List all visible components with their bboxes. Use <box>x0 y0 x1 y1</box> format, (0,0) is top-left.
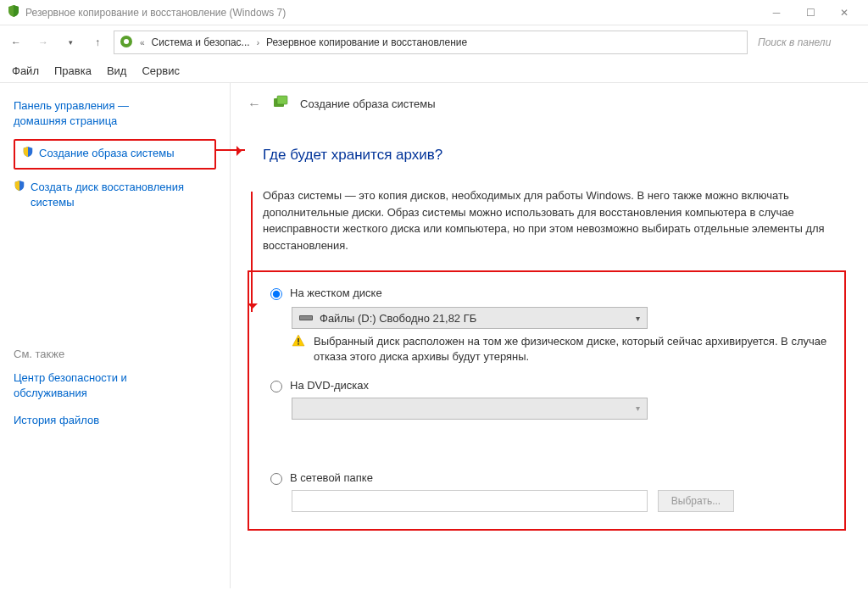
radio-network-input[interactable] <box>270 473 282 485</box>
back-button[interactable]: ← <box>5 31 27 53</box>
disk-warning: Выбранный диск расположен на том же физи… <box>292 334 827 365</box>
dvd-select[interactable]: ▾ <box>292 398 648 420</box>
chevron-down-icon: ▾ <box>636 314 640 323</box>
shield-icon <box>14 180 25 196</box>
radio-network[interactable]: В сетевой папке <box>266 470 827 485</box>
window-title: Резервное копирование и восстановление (… <box>25 7 286 19</box>
menu-file[interactable]: Файл <box>12 64 39 77</box>
navigation-toolbar: ← → ▾ ↑ « Система и безопас... › Резервн… <box>0 25 868 59</box>
svg-rect-3 <box>277 96 287 104</box>
sidebar-home-link[interactable]: Панель управления — домашняя страница <box>14 98 216 129</box>
annotation-arrow-down <box>251 192 253 312</box>
sidebar-history-label: История файлов <box>14 413 99 428</box>
disk-warning-text: Выбранный диск расположен на том же физи… <box>314 334 827 365</box>
radio-hard-disk-input[interactable] <box>270 288 282 300</box>
radio-hard-disk[interactable]: На жестком диске <box>266 286 827 300</box>
main-panel: ← Создание образа системы Где будет хран… <box>231 83 868 588</box>
menu-edit[interactable]: Правка <box>54 64 92 77</box>
warning-icon <box>292 334 305 365</box>
highlight-box-create-image: Создание образа системы <box>14 139 216 169</box>
radio-network-label: В сетевой папке <box>290 471 373 484</box>
control-panel-icon <box>120 35 133 51</box>
titlebar: Резервное копирование и восстановление (… <box>0 0 868 25</box>
sidebar-create-disc-line1: Создать диск восстановления <box>31 181 184 193</box>
radio-dvd-input[interactable] <box>270 381 282 392</box>
menu-service[interactable]: Сервис <box>142 64 180 77</box>
sidebar: Панель управления — домашняя страница Со… <box>0 83 231 588</box>
forward-button[interactable]: → <box>32 31 54 53</box>
menu-view[interactable]: Вид <box>107 64 127 77</box>
svg-rect-6 <box>298 338 299 342</box>
highlight-box-options: На жестком диске Файлы (D:) Свободно 21,… <box>248 270 846 531</box>
option-hard-disk: На жестком диске Файлы (D:) Свободно 21,… <box>266 286 827 365</box>
radio-dvd[interactable]: На DVD-дисках <box>266 378 827 392</box>
wizard-question: Где будет хранится архив? <box>263 147 848 164</box>
main-title: Создание образа системы <box>300 97 436 110</box>
browse-button[interactable]: Выбрать... <box>658 490 734 512</box>
chevron-right-icon: › <box>255 38 261 47</box>
close-button[interactable]: ✕ <box>827 0 861 25</box>
hard-disk-icon <box>299 312 313 325</box>
breadcrumb-part-2[interactable]: Резервное копирование и восстановление <box>266 36 467 48</box>
shield-icon <box>22 146 34 162</box>
sidebar-home-line1: Панель управления — <box>14 99 129 112</box>
radio-dvd-label: На DVD-дисках <box>290 379 369 392</box>
window-controls: ─ ☐ ✕ <box>760 0 861 25</box>
chevron-left-icon: « <box>138 38 147 47</box>
back-arrow-icon[interactable]: ← <box>248 97 261 112</box>
option-network: В сетевой папке Выбрать... <box>266 470 827 512</box>
chevron-down-icon: ▾ <box>636 404 640 413</box>
search-input[interactable]: Поиск в панели <box>753 31 863 54</box>
svg-rect-7 <box>298 343 299 345</box>
svg-rect-5 <box>300 316 312 320</box>
content-area: Панель управления — домашняя страница Со… <box>0 83 868 588</box>
sidebar-home-line2: домашняя страница <box>14 114 117 127</box>
sidebar-create-disc-line2: системы <box>31 196 75 209</box>
sidebar-security-line1: Центр безопасности и <box>14 371 127 384</box>
maximize-button[interactable]: ☐ <box>793 0 827 25</box>
system-image-icon <box>273 95 288 113</box>
sidebar-create-image-label: Создание образа системы <box>39 146 175 161</box>
sidebar-security-line2: обслуживания <box>14 387 87 399</box>
see-also-title: См. также <box>14 348 216 360</box>
minimize-button[interactable]: ─ <box>760 0 793 25</box>
sidebar-create-disc-link[interactable]: Создать диск восстановления системы <box>14 180 216 210</box>
svg-point-1 <box>124 39 129 44</box>
up-button[interactable]: ↑ <box>86 31 108 53</box>
option-dvd: На DVD-дисках ▾ <box>266 378 827 420</box>
disk-select[interactable]: Файлы (D:) Свободно 21,82 ГБ ▾ <box>292 307 648 329</box>
address-bar[interactable]: « Система и безопас... › Резервное копир… <box>114 31 748 54</box>
network-path-input[interactable] <box>292 490 648 512</box>
sidebar-create-image-link[interactable]: Создание образа системы <box>22 146 208 162</box>
sidebar-security-link[interactable]: Центр безопасности и обслуживания <box>14 370 216 401</box>
radio-hard-disk-label: На жестком диске <box>290 287 382 299</box>
disk-select-value: Файлы (D:) Свободно 21,82 ГБ <box>320 312 476 325</box>
sidebar-history-link[interactable]: История файлов <box>14 413 216 428</box>
recent-dropdown[interactable]: ▾ <box>59 31 81 53</box>
main-header: ← Создание образа системы <box>248 95 848 113</box>
breadcrumb-part-1[interactable]: Система и безопас... <box>152 36 250 48</box>
wizard-description: Образ системы — это копия дисков, необхо… <box>263 187 841 253</box>
menubar: Файл Правка Вид Сервис <box>0 59 868 83</box>
shield-icon <box>7 4 20 20</box>
see-also-section: См. также Центр безопасности и обслужива… <box>14 348 216 441</box>
